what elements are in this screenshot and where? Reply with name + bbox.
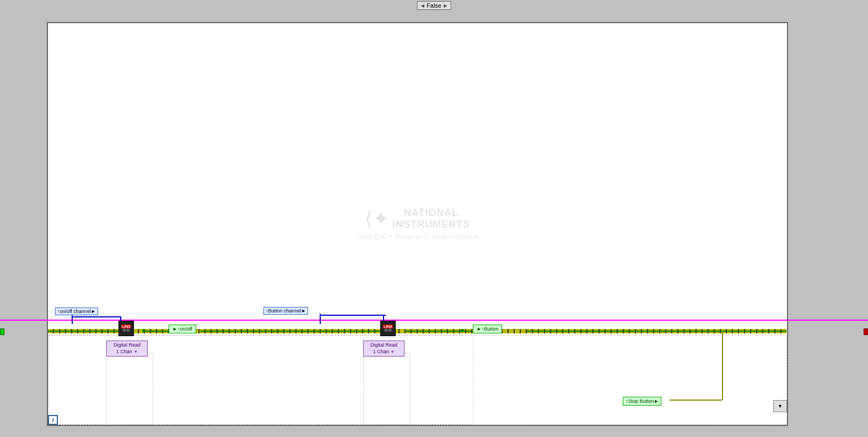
watermark-subtitle: LabVIEW™ Home and Student Edition <box>356 233 479 241</box>
button-channel-label: ↑Button channel► <box>263 307 308 315</box>
onoff-channel-label: ↑on/off channel► <box>55 307 98 315</box>
button-channel-text: ↑Button channel► <box>266 308 306 314</box>
loop-border-inner-1 <box>106 353 153 425</box>
info-icon: i <box>52 417 53 423</box>
linx1-icon: ⚙⚙ <box>122 328 130 333</box>
dropdown-arrow-1[interactable]: ▼ <box>133 349 138 354</box>
false-indicator: ◄ False ► <box>417 1 451 10</box>
button-text: ►↑Button <box>477 326 498 332</box>
linx-node-1[interactable]: LINX ⚙⚙ <box>118 321 134 336</box>
pink-wire-right <box>704 320 786 321</box>
terminal-dot-1 <box>142 329 145 332</box>
select-dropdown[interactable]: ▼ <box>773 400 787 412</box>
green-wire-3 <box>200 331 382 332</box>
onoff-block[interactable]: ►↑on/off <box>169 325 196 333</box>
pink-wire-left <box>0 320 50 321</box>
onoff-text: ►↑on/off <box>172 326 192 332</box>
digital-read-block-1[interactable]: Digital Read1 Chan ▼ <box>106 341 148 357</box>
stop-button-block[interactable]: ↑Stop Button► <box>623 397 661 406</box>
green-wire-1 <box>48 331 121 332</box>
left-edge-terminal <box>0 328 4 335</box>
right-edge-terminal <box>864 328 868 335</box>
linx-node-2[interactable]: LINX ⚙⚙ <box>380 321 396 336</box>
select-arrow[interactable]: ▼ <box>778 403 783 409</box>
left-arrow-icon: ◄ <box>419 2 425 9</box>
olive-wire-1 <box>722 331 723 400</box>
ni-arrow-icon: ⟨✦ <box>365 208 389 231</box>
watermark-logo: ⟨✦ NATIONALINSTRUMENTS <box>356 207 479 231</box>
watermark: ⟨✦ NATIONALINSTRUMENTS LabVIEW™ Home and… <box>356 207 479 241</box>
terminal-dot-2 <box>461 329 464 332</box>
right-arrow-icon: ► <box>443 2 449 9</box>
dropdown-arrow-2[interactable]: ▼ <box>390 349 395 354</box>
onoff-channel-text: ↑on/off channel► <box>57 309 96 314</box>
linx2-icon: ⚙⚙ <box>384 328 392 333</box>
green-wire-5 <box>526 331 786 332</box>
loop-border-inner-2 <box>363 353 410 425</box>
blue-wire-2 <box>72 316 121 317</box>
false-label: False <box>427 2 441 9</box>
blue-wire-5 <box>320 315 386 316</box>
watermark-company: NATIONALINSTRUMENTS <box>392 207 470 231</box>
olive-wire-2 <box>670 400 722 401</box>
blue-wire-1 <box>72 314 73 324</box>
loop-border-inner-3 <box>473 335 786 425</box>
digital-read-block-2[interactable]: Digital Read1 Chan ▼ <box>363 341 405 357</box>
button-block[interactable]: ►↑Button <box>473 325 502 333</box>
info-box: i <box>48 415 58 425</box>
stop-button-text: ↑Stop Button► <box>626 398 659 404</box>
